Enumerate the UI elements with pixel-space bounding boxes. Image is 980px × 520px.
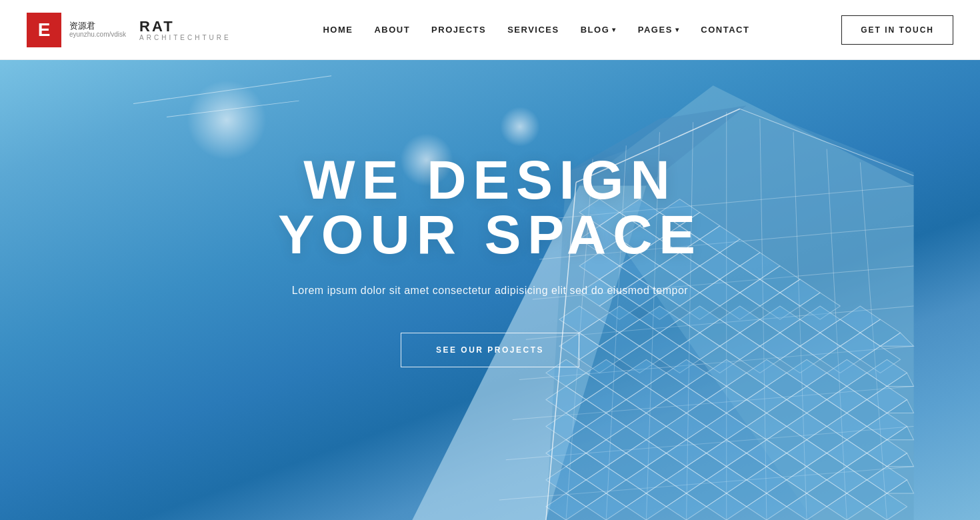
hero-content: WE DESIGN YOUR SPACE Lorem ipsum dolor s… xyxy=(190,153,790,367)
nav-home[interactable]: HOME xyxy=(323,25,353,35)
nav-blog[interactable]: BLOG ▾ xyxy=(581,25,617,35)
hero-subtitle: Lorem ipsum dolor sit amet consectetur a… xyxy=(217,282,763,299)
header: E 资源君 eyunzhu.com/vdisk RAT ARCHITECHTUR… xyxy=(0,0,980,60)
nav-projects[interactable]: PROJECTS xyxy=(431,25,486,35)
logo-chinese: 资源君 xyxy=(69,21,126,31)
logo-url: eyunzhu.com/vdisk xyxy=(69,31,126,39)
see-projects-button[interactable]: SEE OUR PROJECTS xyxy=(401,333,579,367)
get-in-touch-button[interactable]: GET IN TOUCH xyxy=(841,15,953,45)
blog-chevron-icon: ▾ xyxy=(612,26,617,33)
nav-about[interactable]: ABOUT xyxy=(374,25,410,35)
hero-title: WE DESIGN YOUR SPACE xyxy=(217,153,763,262)
logo-subtitle: ARCHITECHTURE xyxy=(139,34,231,41)
pages-chevron-icon: ▾ xyxy=(675,26,680,33)
main-nav: HOME ABOUT PROJECTS SERVICES BLOG ▾ PAGE… xyxy=(323,25,749,35)
nav-pages[interactable]: PAGES ▾ xyxy=(638,25,680,35)
logo-icon: E xyxy=(27,13,61,47)
logo-text-block: 资源君 eyunzhu.com/vdisk xyxy=(69,21,126,39)
nav-contact[interactable]: CONTACT xyxy=(701,25,749,35)
logo-brand: RAT xyxy=(139,19,231,34)
hero-section: WE DESIGN YOUR SPACE Lorem ipsum dolor s… xyxy=(0,0,980,520)
logo[interactable]: E 资源君 eyunzhu.com/vdisk RAT ARCHITECHTUR… xyxy=(27,13,231,47)
logo-brand-block: RAT ARCHITECHTURE xyxy=(139,18,231,41)
nav-services[interactable]: SERVICES xyxy=(507,25,559,35)
